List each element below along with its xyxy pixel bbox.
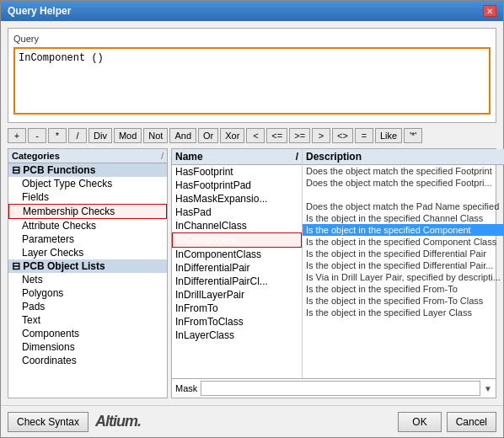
op-gte[interactable]: >=	[289, 128, 310, 143]
cat-layer-checks[interactable]: Layer Checks	[8, 246, 167, 259]
cancel-button[interactable]: Cancel	[447, 412, 496, 432]
op-div[interactable]: Div	[88, 128, 112, 143]
desc-InFromTo: Is the object in the specified From-To	[303, 283, 504, 295]
cat-parameters[interactable]: Parameters	[8, 232, 167, 246]
name-col-header: Name /	[172, 149, 302, 165]
name-HasMaskExpansio[interactable]: HasMaskExpansio...	[172, 192, 302, 206]
footer: Check Syntax Altium. OK Cancel	[1, 405, 503, 437]
op-or[interactable]: Or	[198, 128, 218, 143]
name-InFromTo[interactable]: InFromTo	[172, 302, 302, 315]
name-InFromToClass[interactable]: InFromToClass	[172, 315, 302, 328]
name-desc-panel: Name / HasFootprint HasFootprintPad HasM…	[171, 148, 496, 398]
cat-pads[interactable]: Pads	[8, 300, 167, 313]
check-syntax-button[interactable]: Check Syntax	[8, 412, 88, 432]
footer-right: OK Cancel	[398, 412, 496, 432]
altium-logo: Altium.	[95, 413, 141, 430]
cat-dimensions[interactable]: Dimensions	[8, 340, 167, 354]
categories-scroll[interactable]: ⊟ PCB Functions Object Type Checks Field…	[8, 163, 167, 398]
desc-InDifferentialPairCl: Is the object in the specified Different…	[303, 259, 504, 271]
op-neq[interactable]: <>	[332, 128, 353, 143]
op-xor[interactable]: Xor	[220, 128, 244, 143]
desc-column: Description Does the object match the sp…	[303, 149, 504, 378]
close-button[interactable]: ✕	[483, 5, 496, 17]
desc-InDrillLayerPair: Is Via in Drill Layer Pair, specified by…	[303, 271, 504, 283]
query-textarea[interactable]: InComponent ()	[13, 47, 491, 115]
cat-coordinates[interactable]: Coordinates	[8, 354, 167, 367]
cat-object-type-checks[interactable]: Object Type Checks	[8, 177, 167, 190]
name-HasFootprint[interactable]: HasFootprint	[172, 165, 302, 179]
name-InDrillLayerPair[interactable]: InDrillLayerPair	[172, 288, 302, 302]
name-InComponentClass[interactable]: InComponentClass	[172, 248, 302, 261]
desc-InComponent: Is the object in the specified Component	[303, 224, 504, 236]
group-pcb-functions[interactable]: ⊟ PCB Functions	[8, 163, 167, 177]
name-InLayerClass[interactable]: InLayerClass	[172, 328, 302, 342]
name-InDifferentialPairCl[interactable]: InDifferentialPairCl...	[172, 275, 302, 288]
name-HasFootprintPad[interactable]: HasFootprintPad	[172, 179, 302, 192]
group-pcb-object-lists[interactable]: ⊟ PCB Object Lists	[8, 259, 167, 273]
desc-InComponentClass: Is the object in the specified Component…	[303, 236, 504, 248]
op-plus[interactable]: +	[8, 128, 26, 143]
op-minus[interactable]: -	[28, 128, 46, 143]
op-eq[interactable]: =	[355, 128, 373, 143]
desc-InFromToClass: Is the object in the specified From-To C…	[303, 295, 504, 307]
op-lte[interactable]: <=	[266, 128, 287, 143]
name-col-title: Name	[175, 151, 203, 163]
mask-input[interactable]	[201, 381, 480, 396]
desc-HasFootprintPad: Does the object match the specified Foot…	[303, 177, 504, 189]
cat-text[interactable]: Text	[8, 313, 167, 327]
name-desc-columns: Name / HasFootprint HasFootprintPad HasM…	[172, 149, 496, 378]
main-panels: Categories / ⊟ PCB Functions Object Type…	[8, 148, 496, 398]
query-helper-window: Query Helper ✕ Query InComponent () + - …	[0, 0, 504, 438]
mask-dropdown-icon[interactable]: ▼	[484, 384, 492, 393]
desc-InLayerClass: Is the object in the specified Layer Cla…	[303, 307, 504, 318]
cat-membership-checks[interactable]: Membership Checks	[8, 204, 167, 219]
op-wildcard[interactable]: '*'	[404, 128, 422, 143]
desc-InDifferentialPair: Is the object in the specified Different…	[303, 248, 504, 259]
op-lt[interactable]: <	[246, 128, 265, 143]
ok-button[interactable]: OK	[398, 412, 441, 432]
cat-components[interactable]: Components	[8, 327, 167, 340]
op-gt[interactable]: >	[312, 128, 330, 143]
desc-col-title: Description	[306, 151, 362, 163]
name-sort-icon: /	[296, 151, 298, 163]
op-like[interactable]: Like	[375, 128, 402, 143]
name-InDifferentialPair[interactable]: InDifferentialPair	[172, 261, 302, 275]
desc-HasPad: Does the object match the Pad Name speci…	[303, 200, 504, 212]
desc-InChannelClass: Is the object in the specified Channel C…	[303, 212, 504, 224]
op-mod[interactable]: Mod	[114, 128, 142, 143]
name-scroll[interactable]: HasFootprint HasFootprintPad HasMaskExpa…	[172, 165, 302, 378]
query-group: Query InComponent ()	[8, 28, 496, 123]
footer-left: Check Syntax Altium.	[8, 412, 141, 432]
name-HasPad[interactable]: HasPad	[172, 206, 302, 219]
desc-col-header: Description	[303, 149, 504, 165]
op-not[interactable]: Not	[143, 128, 168, 143]
mask-label: Mask	[175, 383, 197, 393]
title-bar: Query Helper ✕	[1, 1, 503, 21]
name-column: Name / HasFootprint HasFootprintPad HasM…	[172, 149, 303, 378]
mask-row: Mask ▼	[172, 378, 496, 398]
categories-title: Categories	[12, 151, 60, 161]
cat-attribute-checks[interactable]: Attribute Checks	[8, 219, 167, 232]
desc-scroll[interactable]: Does the object match the specified Foot…	[303, 165, 504, 378]
categories-header: Categories /	[8, 149, 167, 163]
sort-icon: /	[161, 152, 164, 161]
cat-fields[interactable]: Fields	[8, 190, 167, 204]
op-divide[interactable]: /	[68, 128, 87, 143]
op-multiply[interactable]: *	[48, 128, 67, 143]
cat-polygons[interactable]: Polygons	[8, 286, 167, 300]
name-InComponent[interactable]: InComponent	[172, 232, 302, 248]
query-label: Query	[13, 34, 491, 44]
desc-HasMaskExpansio	[303, 189, 504, 200]
categories-panel: Categories / ⊟ PCB Functions Object Type…	[8, 148, 168, 398]
cat-nets[interactable]: Nets	[8, 273, 167, 286]
desc-HasFootprint: Does the object match the specified Foot…	[303, 165, 504, 177]
content-area: Query InComponent () + - * / Div Mod Not…	[1, 21, 503, 405]
op-and[interactable]: And	[169, 128, 196, 143]
title-bar-text: Query Helper	[8, 5, 71, 17]
name-InChannelClass[interactable]: InChannelClass	[172, 219, 302, 232]
operators-row: + - * / Div Mod Not And Or Xor < <= >= >…	[8, 128, 496, 143]
